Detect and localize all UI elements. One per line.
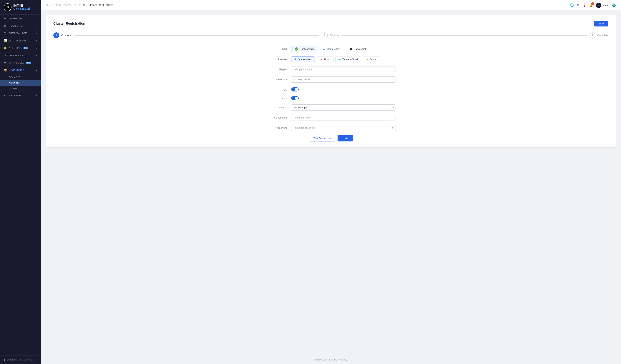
breadcrumb-sep: / — [54, 4, 55, 6]
notifications[interactable]: 🔔 9 — [589, 3, 593, 7]
step-label-confirm: Confirm — [329, 34, 339, 37]
breadcrumb-cluster[interactable]: CLUSTER — [73, 4, 85, 6]
question-icon[interactable]: ❓ — [583, 3, 586, 7]
name-options: Elasticsearch ☁ OpenSearch N Easysearch — [291, 46, 396, 52]
tls-toggle[interactable] — [291, 87, 299, 91]
name-row: Name : Elasticsearch ☁ OpenSearch — [266, 46, 396, 52]
credential-label: * Credential : — [266, 104, 288, 109]
back-button[interactable]: Back — [594, 21, 608, 27]
tls-row: TLS : — [266, 87, 396, 91]
form-actions: Test Connection Next — [266, 135, 396, 141]
sidebar-item-platform[interactable]: ▤ PLATFORM ▾ — [0, 22, 41, 30]
provider-field: ⊞ On-premises ☁ Aliyun ☁ Tencent Cloud — [291, 56, 396, 62]
version-info[interactable]: ◆ Enterprise (1.5.0_SNAPS... › — [0, 355, 41, 364]
endpoint-label: * Endpoint : — [266, 76, 288, 81]
credential-select[interactable]: Manual Input Saved Credential — [291, 104, 396, 111]
pro-badge: Pro — [26, 62, 31, 64]
monitor-icon[interactable]: 🖥 — [577, 3, 580, 7]
registration-card: Cluster Registration Back 1 Connect 2 Co… — [46, 15, 616, 147]
registration-form: Name : Elasticsearch ☁ OpenSearch — [266, 46, 396, 141]
provider-ecloud[interactable]: ☁ Ecloud — [363, 56, 380, 62]
provider-tencent[interactable]: ☁ Tencent Cloud — [335, 56, 361, 62]
globe-icon[interactable]: 🌐 — [570, 3, 574, 7]
topbar-right: 🌐 🖥 ❓ 🔔 9 N admin 🌏 — [570, 3, 616, 8]
next-button[interactable]: Next — [338, 135, 353, 141]
sidebar: N INFINI Console ⊞ OVERVIEW ▤ PLATFORM ▾ — [0, 0, 41, 364]
gateway-label: GATEWAY — [9, 76, 20, 78]
language-icon[interactable]: 🌏 — [612, 3, 616, 7]
sidebar-item-cluster[interactable]: CLUSTER — [0, 80, 41, 86]
logo-symbol: N — [6, 5, 9, 9]
sidebar-item-data-manage[interactable]: ⬚ DATA MANAGE ▾ — [0, 30, 41, 37]
opensearch-label: OpenSearch — [327, 48, 340, 50]
notification-badge: 9 — [591, 2, 594, 5]
credential-row: * Credential : Manual Input Saved Creden… — [266, 104, 396, 111]
opensearch-icon: ☁ — [323, 47, 326, 51]
data-tools-icon: 🛠 — [4, 61, 7, 64]
sidebar-item-label: DATA INSIGHT — [9, 39, 26, 42]
step-connect: 1 Connect — [53, 33, 71, 38]
test-connection-button[interactable]: Test Connection — [309, 135, 335, 141]
data-manage-icon: ⬚ — [4, 32, 7, 35]
endpoint-row: * Endpoint : — [266, 76, 396, 83]
step-circle-2: 2 — [322, 33, 328, 38]
sidebar-item-label: ALERTING — [9, 47, 22, 50]
region-input[interactable] — [291, 66, 396, 72]
pro-badge: Pro — [23, 47, 29, 49]
chevron-down-icon: ▾ — [36, 54, 37, 56]
password-row: * Password : 👁 — [266, 125, 396, 131]
platform-icon: ▤ — [4, 24, 7, 27]
breadcrumb-home[interactable]: Home — [46, 4, 52, 6]
step-label-connect: Connect — [61, 34, 71, 37]
username-input[interactable] — [291, 115, 396, 121]
sidebar-item-gateway[interactable]: GATEWAY — [0, 74, 41, 80]
eye-icon[interactable]: 👁 — [391, 126, 394, 129]
avatar: N — [596, 3, 601, 8]
sidebar-item-inventory[interactable]: 📦 INVENTORY ▴ — [0, 66, 41, 74]
region-label: Region : — [266, 66, 288, 71]
logo: N INFINI Console — [0, 0, 41, 15]
chevron-down-icon: ▾ — [36, 40, 37, 42]
sidebar-item-agent[interactable]: AGENT — [0, 86, 41, 92]
provider-row: Provider : ⊞ On-premises ☁ Aliyun — [266, 56, 396, 62]
step-circle-1: 1 — [53, 33, 59, 38]
data-insight-icon: 📊 — [4, 39, 7, 42]
breadcrumb-inventory[interactable]: INVENTORY — [56, 4, 70, 6]
chevron-down-icon: ▾ — [36, 47, 37, 49]
password-field: 👁 — [291, 125, 396, 131]
sidebar-item-overview[interactable]: ⊞ OVERVIEW — [0, 15, 41, 22]
sidebar-item-data-tools[interactable]: 🛠 DATA TOOLS Pro ▾ — [0, 59, 41, 66]
breadcrumb: Home / INVENTORY / CLUSTER / REGISTER CL… — [46, 4, 113, 6]
endpoint-field — [291, 76, 396, 83]
ecloud-icon: ☁ — [366, 58, 368, 61]
endpoint-input[interactable] — [291, 76, 396, 83]
sidebar-item-alerting[interactable]: 🔔 ALERTING Pro ▾ — [0, 44, 41, 52]
page-content: Cluster Registration Back 1 Connect 2 Co… — [41, 10, 621, 355]
provider-aliyun[interactable]: ☁ Aliyun — [317, 56, 333, 62]
sidebar-item-settings[interactable]: ⚙ SETTINGS ▾ — [0, 92, 41, 99]
aliyun-icon: ☁ — [320, 58, 322, 61]
step-label-complete: Complete — [597, 34, 608, 37]
credential-field: Manual Input Saved Credential ▾ — [291, 104, 396, 111]
agent-label: AGENT — [9, 87, 17, 90]
required-mark: * — [274, 106, 275, 109]
chevron-down-icon: ▾ — [36, 94, 37, 97]
name-option-opensearch[interactable]: ☁ OpenSearch — [319, 46, 344, 52]
chevron-up-icon: ▴ — [36, 69, 37, 71]
footer: ©INFINI.LTD, All Rights Reserved. — [41, 355, 621, 364]
password-label: * Password : — [266, 125, 288, 130]
name-option-easysearch[interactable]: N Easysearch — [346, 46, 370, 52]
logo-sub: Console — [13, 7, 26, 10]
admin-section[interactable]: N admin — [596, 3, 609, 8]
sidebar-item-label: DATA TOOLS — [9, 62, 24, 64]
breadcrumb-sep: / — [71, 4, 72, 6]
tencent-icon: ☁ — [339, 58, 341, 61]
sidebar-item-dev-tools[interactable]: ⚒ DEV TOOLS ▾ — [0, 52, 41, 59]
auth-toggle[interactable] — [291, 96, 299, 100]
provider-on-premises[interactable]: ⊞ On-premises — [291, 56, 315, 62]
auth-label: Auth : — [266, 96, 288, 100]
name-option-elasticsearch[interactable]: Elasticsearch — [291, 46, 317, 52]
password-input[interactable] — [291, 125, 396, 131]
sidebar-item-data-insight[interactable]: 📊 DATA INSIGHT ▾ — [0, 37, 41, 44]
step-complete: 3 Complete — [589, 33, 608, 38]
